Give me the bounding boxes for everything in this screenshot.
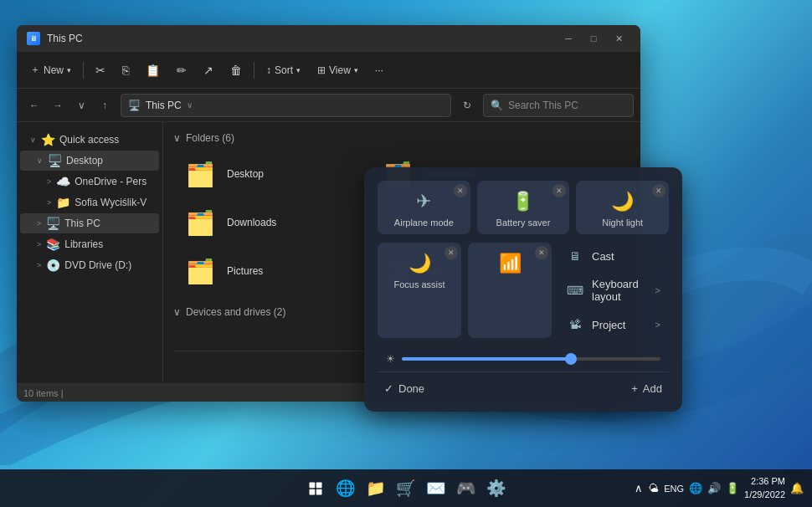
tile-battery-saver[interactable]: ✕ 🔋 Battery saver — [477, 181, 570, 234]
svg-rect-0 — [310, 482, 316, 488]
expand-button[interactable]: ∨ — [70, 95, 92, 116]
delete-button[interactable]: 🗑 — [224, 60, 249, 80]
minimize-button[interactable]: ─ — [557, 30, 580, 47]
new-button[interactable]: ＋ New ▾ — [23, 59, 78, 80]
sort-dropdown-icon: ▾ — [296, 66, 301, 74]
tile-label-airplane: Airplane mode — [394, 218, 454, 228]
svg-rect-3 — [316, 489, 322, 494]
folder-item-downloads[interactable]: 🗂️ Downloads — [173, 201, 366, 244]
address-bar: ← → ∨ ↑ 🖥️ This PC ∨ ↻ 🔍 Search This PC — [17, 89, 640, 122]
expand-icon: > — [37, 219, 41, 228]
rename-button[interactable]: ✏ — [170, 60, 193, 80]
address-input[interactable]: 🖥️ This PC ∨ — [121, 94, 451, 117]
close-button[interactable]: ✕ — [607, 30, 630, 47]
taskbar-clock[interactable]: 2:36 PM 1/29/2022 — [744, 475, 785, 501]
taskbar-center: 🌐 📁 🛒 ✉️ 🎮 ⚙️ — [303, 476, 509, 501]
tile-close-night[interactable]: ✕ — [652, 184, 666, 197]
tile-close-wifi[interactable]: ✕ — [535, 246, 548, 259]
tile-focus-assist[interactable]: ✕ 🌙 Focus assist — [378, 243, 461, 338]
address-dropdown-icon: ∨ — [187, 100, 193, 110]
tile-close-focus[interactable]: ✕ — [445, 246, 458, 259]
libraries-icon: 📚 — [46, 238, 59, 251]
store-button[interactable]: 🛒 — [393, 476, 419, 501]
share-button[interactable]: ↗ — [197, 60, 220, 80]
airplane-mode-icon: ✈ — [416, 191, 431, 213]
folder-name-downloads: Downloads — [227, 217, 276, 228]
brightness-low-icon: ☀ — [386, 353, 395, 365]
start-button[interactable] — [303, 476, 328, 501]
up-button[interactable]: ↑ — [94, 95, 116, 116]
menu-item-cast[interactable]: 🖥 Cast — [558, 243, 669, 269]
brightness-slider[interactable] — [402, 357, 660, 361]
search-placeholder: Search This PC — [508, 100, 578, 111]
battery-icon[interactable]: 🔋 — [726, 482, 739, 494]
quick-tiles-row1: ✕ ✈ Airplane mode ✕ 🔋 Battery saver ✕ 🌙 … — [378, 181, 669, 234]
sofia-icon: 📁 — [56, 196, 69, 209]
expand-icon: ∨ — [37, 156, 43, 165]
more-icon: ··· — [375, 64, 383, 76]
toolbar-separator-1 — [83, 62, 84, 79]
paste-button[interactable]: 📋 — [139, 60, 167, 80]
new-icon: ＋ — [30, 63, 40, 77]
tile-close-battery[interactable]: ✕ — [552, 184, 566, 197]
back-button[interactable]: ← — [23, 95, 45, 116]
search-box[interactable]: 🔍 Search This PC — [483, 94, 634, 117]
sidebar-item-dvd[interactable]: > 💿 DVD Drive (D:) — [20, 255, 159, 275]
mail-button[interactable]: ✉️ — [424, 476, 449, 501]
sidebar-item-libraries[interactable]: > 📚 Libraries — [20, 234, 159, 254]
view-icon: ⊞ — [317, 64, 326, 76]
tile-label-night: Night light — [602, 218, 643, 228]
address-path-icon: 🖥️ — [128, 100, 141, 111]
taskbar-right: ∧ 🌤 ENG 🌐 🔊 🔋 2:36 PM 1/29/2022 🔔 — [635, 475, 812, 501]
folder-item-desktop[interactable]: 🗂️ Desktop — [173, 152, 366, 196]
menu-item-keyboard[interactable]: ⌨ Keyboard layout > — [558, 271, 669, 310]
edge-button[interactable]: 🌐 — [333, 476, 358, 501]
sidebar-item-sofia[interactable]: > 📁 Sofia Wyciślik-V — [20, 192, 159, 213]
menu-label-cast: Cast — [592, 250, 660, 263]
expand-icon: > — [37, 261, 41, 269]
desktop-icon: 🖥️ — [48, 154, 61, 167]
weather-icon: 🌤 — [648, 482, 659, 494]
folder-name-pictures: Pictures — [227, 265, 263, 277]
sidebar-label-quick-access: Quick access — [59, 134, 119, 146]
sidebar-item-desktop[interactable]: ∨ 🖥️ Desktop — [20, 151, 159, 171]
chevron-up-icon[interactable]: ∧ — [635, 482, 643, 494]
new-dropdown-icon: ▾ — [67, 66, 71, 74]
forward-button[interactable]: → — [47, 95, 69, 116]
search-icon: 🔍 — [491, 100, 503, 111]
refresh-button[interactable]: ↻ — [456, 95, 478, 116]
maximize-button[interactable]: □ — [582, 30, 605, 47]
tile-close-airplane[interactable]: ✕ — [454, 184, 467, 197]
quick-footer: ✓ Done + Add — [378, 371, 669, 398]
network-icon[interactable]: 🌐 — [689, 482, 702, 494]
expand-icon: > — [37, 240, 41, 248]
volume-icon[interactable]: 🔊 — [707, 482, 721, 494]
menu-item-project[interactable]: 📽 Project > — [558, 311, 669, 338]
folder-icon-downloads: 🗂️ — [182, 207, 218, 238]
sidebar-item-thispc[interactable]: > 🖥️ This PC — [20, 213, 159, 233]
view-button[interactable]: ⊞ View ▾ — [311, 61, 365, 79]
window-icon: 🖥 — [27, 32, 40, 45]
explorer-button[interactable]: 📁 — [363, 476, 388, 501]
mixed-reality-button[interactable]: 🎮 — [454, 476, 479, 501]
tile-wifi[interactable]: ✕ 📶 — [468, 243, 552, 338]
folders-section-header: ∨ Folders (6) — [173, 132, 630, 144]
tile-night-light[interactable]: ✕ 🌙 Night light — [576, 181, 669, 234]
folder-item-pictures[interactable]: 🗂️ Pictures — [173, 249, 366, 293]
notification-button[interactable]: 🔔 — [790, 482, 804, 494]
done-button[interactable]: ✓ Done — [378, 379, 431, 398]
taskbar-date-text: 1/29/2022 — [744, 489, 785, 501]
add-button[interactable]: + Add — [624, 379, 669, 398]
taskbar: 🌐 📁 🛒 ✉️ 🎮 ⚙️ ∧ 🌤 ENG 🌐 🔊 🔋 2:36 PM 1/29… — [0, 469, 812, 507]
cut-button[interactable]: ✂ — [89, 60, 112, 80]
sidebar-item-quick-access[interactable]: ∨ ⭐ Quick access — [20, 130, 159, 150]
sidebar-label-dvd: DVD Drive (D:) — [64, 259, 131, 271]
sidebar-label-thispc: This PC — [64, 218, 100, 229]
copy-button[interactable]: ⎘ — [116, 60, 136, 80]
sort-button[interactable]: ↕ Sort ▾ — [260, 61, 307, 79]
more-button[interactable]: ··· — [368, 61, 390, 79]
tile-airplane-mode[interactable]: ✕ ✈ Airplane mode — [378, 181, 470, 234]
sidebar-item-onedrive[interactable]: > ☁️ OneDrive - Pers — [20, 172, 159, 192]
done-icon: ✓ — [384, 382, 393, 395]
settings-button[interactable]: ⚙️ — [484, 476, 509, 501]
